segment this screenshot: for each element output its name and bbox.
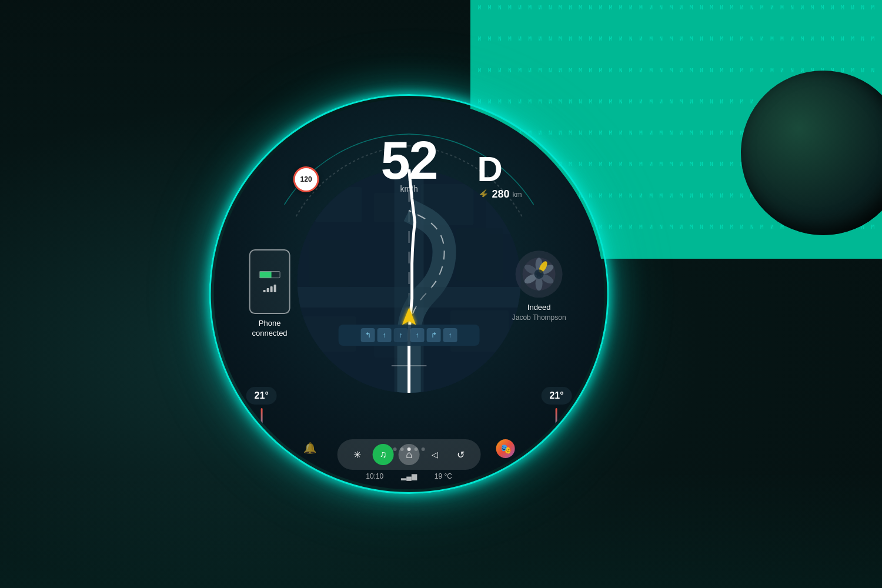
nav-icon-2: ↑ [377, 328, 392, 342]
fan-button[interactable]: ✳ [347, 444, 368, 465]
temp-left-badge: 21° [246, 387, 277, 405]
signal-bar-1 [263, 290, 266, 292]
dashboard-circle: POWER BATTERY 52 km/h D ⚡ 280 km 120 [209, 94, 609, 494]
phone-battery [259, 271, 280, 278]
nav-instruction-bar: ↰ ↑ ↑ ↑ ↱ ↑ [339, 325, 480, 346]
taskbar-status: 10:10 ▂▄▆ 19 °C [366, 472, 452, 480]
phone-widget: Phone connected [249, 249, 290, 339]
phone-label-line2: connected [252, 329, 288, 338]
status-temp: 19 °C [435, 472, 452, 480]
app-widget: Indeed Jacob Thompson [512, 250, 566, 323]
svg-rect-12 [298, 287, 521, 308]
status-time: 10:10 [366, 472, 383, 480]
nav-icon-6: ↑ [443, 328, 457, 342]
temp-left-container: 21° [246, 387, 277, 437]
nav-icon-1: ↰ [361, 328, 375, 342]
svg-rect-4 [486, 187, 515, 234]
phone-icon [249, 249, 290, 314]
app-icon [522, 256, 557, 292]
signal-bar-2 [267, 288, 269, 292]
spotify-button[interactable]: ♫ [373, 444, 394, 465]
nav-icon-5: ↱ [427, 328, 441, 342]
phone-label: Phone connected [249, 319, 290, 339]
svg-point-22 [534, 269, 544, 279]
svg-rect-1 [315, 187, 362, 222]
temp-right-container: 21° [541, 387, 572, 437]
speed-display: 52 km/h [381, 134, 437, 193]
nav-button[interactable]: ◁ [425, 444, 446, 465]
map-roads [298, 169, 521, 393]
temp-arc-left [226, 436, 273, 460]
app-user-label: Jacob Thompson [512, 313, 566, 323]
phone-battery-fill [260, 272, 272, 278]
map-area: ↰ ↑ ↑ ↑ ↱ ↑ [298, 169, 521, 393]
user-avatar[interactable]: 🎭 [496, 439, 515, 458]
signal-bar-3 [270, 286, 273, 292]
taskbar-icons: ✳ ♫ ⌂ ◁ ↺ [338, 439, 481, 470]
svg-rect-6 [456, 228, 503, 281]
status-signal: ▂▄▆ [401, 472, 417, 480]
app-name-label: Indeed [512, 302, 566, 313]
nav-icon-4: ↑ [410, 328, 425, 342]
phone-signal [263, 283, 276, 292]
nav-icon-3: ↑ [394, 328, 408, 342]
temp-left-bar [260, 408, 262, 437]
bell-icon[interactable]: 🔔 [303, 442, 316, 455]
back-button[interactable]: ↺ [450, 444, 472, 465]
nav-bar-line [392, 365, 427, 366]
home-button[interactable]: ⌂ [399, 444, 420, 465]
taskbar: 🔔 🎭 ✳ ♫ ⌂ ◁ ↺ 10:10 ▂▄▆ 19 °C [327, 437, 492, 480]
temp-right-badge: 21° [541, 387, 572, 405]
svg-rect-5 [309, 240, 350, 287]
dashboard-inner: POWER BATTERY 52 km/h D ⚡ 280 km 120 [214, 99, 604, 489]
speed-number: 52 [381, 134, 437, 187]
app-icon-container [516, 250, 563, 298]
phone-label-line1: Phone [259, 319, 281, 328]
signal-bar-4 [274, 285, 276, 292]
temp-right-bar [556, 408, 557, 437]
